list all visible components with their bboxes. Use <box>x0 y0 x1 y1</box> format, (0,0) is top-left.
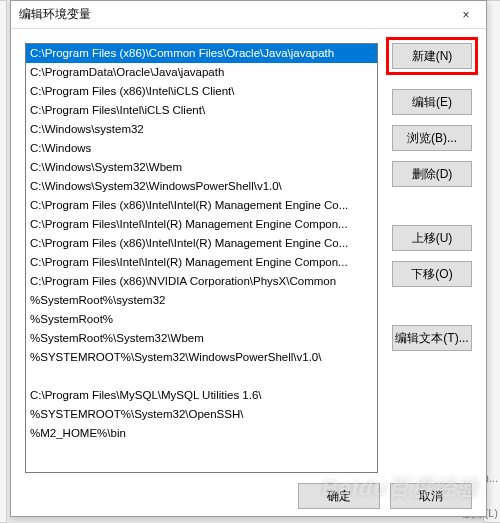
list-item[interactable]: %SYSTEMROOT%\System32\WindowsPowerShell\… <box>26 348 377 367</box>
spacer <box>392 197 472 215</box>
list-item[interactable]: C:\Program Files\Intel\Intel(R) Manageme… <box>26 215 377 234</box>
edit-env-var-dialog: 编辑环境变量 × C:\Program Files (x86)\Common F… <box>10 0 487 517</box>
close-button[interactable]: × <box>446 1 486 28</box>
list-item[interactable]: C:\Windows\System32\Wbem <box>26 158 377 177</box>
list-item[interactable]: C:\Program Files\MySQL\MySQL Utilities 1… <box>26 386 377 405</box>
browse-button[interactable]: 浏览(B)... <box>392 125 472 151</box>
main-row: C:\Program Files (x86)\Common Files\Orac… <box>25 43 472 473</box>
list-item[interactable]: C:\Program Files (x86)\Intel\iCLS Client… <box>26 82 377 101</box>
side-button-column: 新建(N) 编辑(E) 浏览(B)... 删除(D) 上移(U) 下移(O) 编… <box>392 43 472 473</box>
list-item[interactable]: %SystemRoot%\system32 <box>26 291 377 310</box>
list-item[interactable]: %SystemRoot%\System32\Wbem <box>26 329 377 348</box>
list-item[interactable]: C:\Program Files (x86)\NVIDIA Corporatio… <box>26 272 377 291</box>
dialog-title: 编辑环境变量 <box>11 6 446 23</box>
list-item[interactable]: C:\Program Files (x86)\Intel\Intel(R) Ma… <box>26 196 377 215</box>
list-item[interactable]: C:\ProgramData\Oracle\Java\javapath <box>26 63 377 82</box>
close-icon: × <box>462 8 469 22</box>
ok-button[interactable]: 确定 <box>298 483 380 509</box>
list-item[interactable]: C:\Windows\System32\WindowsPowerShell\v1… <box>26 177 377 196</box>
new-button[interactable]: 新建(N) <box>392 43 472 69</box>
move-down-button[interactable]: 下移(O) <box>392 261 472 287</box>
background-panel-left <box>0 0 7 523</box>
cancel-button[interactable]: 取消 <box>390 483 472 509</box>
list-item[interactable] <box>26 367 377 386</box>
list-item[interactable]: C:\Windows <box>26 139 377 158</box>
edit-button[interactable]: 编辑(E) <box>392 89 472 115</box>
list-item[interactable]: C:\Program Files\Intel\Intel(R) Manageme… <box>26 253 377 272</box>
dialog-body: C:\Program Files (x86)\Common Files\Orac… <box>11 29 486 519</box>
list-item[interactable]: %SystemRoot% <box>26 310 377 329</box>
list-item[interactable]: C:\Windows\system32 <box>26 120 377 139</box>
path-listbox[interactable]: C:\Program Files (x86)\Common Files\Orac… <box>25 43 378 473</box>
list-item[interactable]: %M2_HOME%\bin <box>26 424 377 443</box>
delete-button[interactable]: 删除(D) <box>392 161 472 187</box>
list-item[interactable]: C:\Program Files\Intel\iCLS Client\ <box>26 101 377 120</box>
new-button-highlight: 新建(N) <box>386 37 478 75</box>
list-item[interactable]: C:\Program Files (x86)\Common Files\Orac… <box>26 44 377 63</box>
spacer <box>392 297 472 315</box>
list-item[interactable]: C:\Program Files (x86)\Intel\Intel(R) Ma… <box>26 234 377 253</box>
edit-text-button[interactable]: 编辑文本(T)... <box>392 325 472 351</box>
list-item[interactable]: %SYSTEMROOT%\System32\OpenSSH\ <box>26 405 377 424</box>
bottom-button-row: 确定 取消 <box>25 473 472 509</box>
titlebar: 编辑环境变量 × <box>11 1 486 29</box>
move-up-button[interactable]: 上移(U) <box>392 225 472 251</box>
